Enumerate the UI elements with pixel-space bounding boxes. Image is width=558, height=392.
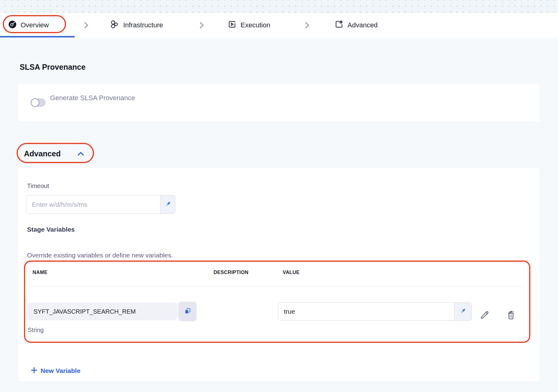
- stage-variables-heading: Stage Variables: [27, 226, 75, 233]
- new-variable-button[interactable]: New Variable: [31, 366, 81, 375]
- value-pin-button[interactable]: [454, 303, 471, 320]
- infrastructure-icon: [109, 19, 119, 31]
- variable-type-label: String: [28, 327, 44, 334]
- active-tab-underline: [0, 36, 75, 37]
- collapse-chevron-up-icon[interactable]: [76, 150, 85, 159]
- timeout-input[interactable]: [26, 195, 160, 214]
- variable-value-input[interactable]: [278, 303, 454, 320]
- timeout-control: [26, 195, 175, 214]
- timeout-label: Timeout: [27, 182, 49, 190]
- tab-execution[interactable]: Execution: [227, 13, 270, 37]
- tab-overview[interactable]: Overview: [8, 13, 49, 37]
- generate-slsa-toggle[interactable]: [31, 99, 45, 107]
- column-header-value: VALUE: [283, 270, 300, 275]
- pin-icon: [459, 308, 466, 316]
- tab-advanced[interactable]: Advanced: [334, 13, 378, 37]
- tab-infrastructure[interactable]: Infrastructure: [109, 13, 163, 37]
- generate-slsa-label: Generate SLSA Provenance: [50, 94, 135, 102]
- new-variable-label: New Variable: [41, 367, 81, 374]
- slsa-provenance-card: Generate SLSA Provenance: [18, 84, 540, 122]
- timeout-pin-button[interactable]: [160, 195, 175, 214]
- copy-icon: [184, 307, 191, 316]
- stage-variables-description: Override existing variables or define ne…: [27, 252, 173, 259]
- tab-overview-label: Overview: [21, 21, 49, 29]
- plus-icon: [31, 367, 37, 375]
- variable-value-control: [278, 302, 472, 321]
- advanced-gear-icon: [334, 20, 344, 31]
- delete-variable-button[interactable]: [505, 310, 517, 321]
- pencil-icon: [479, 310, 490, 321]
- toggle-knob: [31, 98, 39, 107]
- annotation-rect-variables-table: [24, 261, 530, 343]
- tab-infrastructure-label: Infrastructure: [123, 21, 163, 29]
- build-stage-icon: [8, 20, 17, 30]
- column-header-name: NAME: [33, 270, 48, 275]
- chevron-right-icon: [82, 21, 90, 30]
- stage-tabbar: Overview Infrastructure Execution: [0, 13, 558, 37]
- pin-icon: [164, 201, 171, 209]
- variable-name-field[interactable]: [27, 303, 178, 320]
- chevron-right-icon: [303, 21, 311, 30]
- tab-advanced-label: Advanced: [348, 21, 378, 29]
- execution-icon: [227, 20, 237, 31]
- tab-execution-label: Execution: [241, 21, 270, 29]
- column-header-description: DESCRIPTION: [214, 270, 249, 275]
- advanced-card: Timeout Stage Variables Override existin…: [18, 168, 540, 382]
- trash-icon: [506, 310, 516, 321]
- advanced-heading: Advanced: [24, 149, 61, 158]
- edit-variable-button[interactable]: [479, 310, 490, 321]
- copy-variable-button[interactable]: [178, 302, 197, 321]
- dotted-canvas-strip: [0, 0, 558, 13]
- chevron-right-icon: [198, 21, 206, 30]
- table-header-divider: [27, 286, 525, 287]
- slsa-provenance-heading: SLSA Provenance: [20, 63, 85, 72]
